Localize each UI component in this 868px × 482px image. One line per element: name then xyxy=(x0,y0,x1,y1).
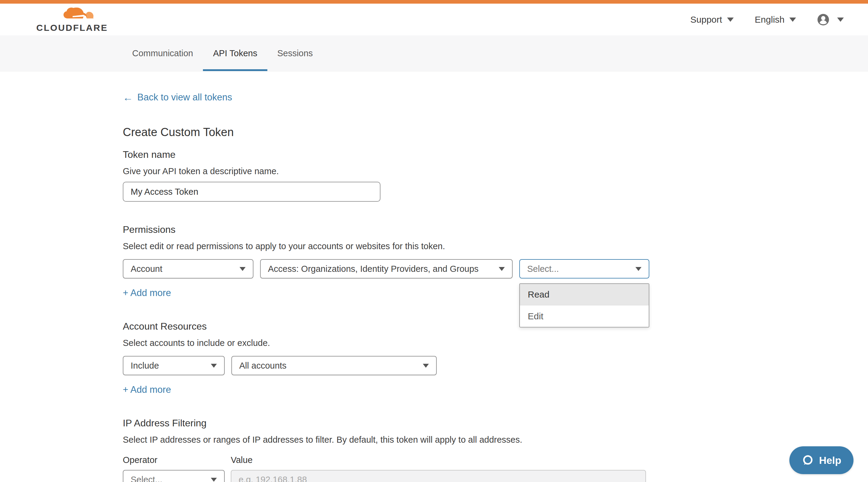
caret-down-icon xyxy=(499,267,505,271)
permissions-section: Permissions Select edit or read permissi… xyxy=(123,224,868,298)
account-resources-description: Select accounts to include or exclude. xyxy=(123,338,868,348)
support-label: Support xyxy=(690,14,722,25)
resource-accounts-select[interactable]: All accounts xyxy=(231,356,437,375)
tab-communication[interactable]: Communication xyxy=(122,35,203,71)
back-to-tokens-link[interactable]: ← Back to view all tokens xyxy=(123,92,232,103)
ip-filtering-labels: Operator Value xyxy=(123,455,868,465)
token-name-input[interactable] xyxy=(123,182,380,202)
account-menu[interactable] xyxy=(817,13,844,26)
permissions-row: Account Access: Organizations, Identity … xyxy=(123,259,868,279)
user-avatar-icon xyxy=(817,13,829,26)
account-resources-section: Account Resources Select accounts to inc… xyxy=(123,321,868,395)
resource-accounts-value: All accounts xyxy=(239,361,286,371)
token-name-section: Token name Give your API token a descrip… xyxy=(123,149,868,202)
menu-option-read[interactable]: Read xyxy=(520,284,649,306)
help-button-label: Help xyxy=(819,454,841,466)
chevron-down-icon xyxy=(837,18,844,22)
chat-bubble-icon xyxy=(802,454,814,467)
ip-operator-select[interactable]: Select... xyxy=(123,470,225,482)
menu-option-edit[interactable]: Edit xyxy=(520,306,649,327)
ip-filtering-row: Select... xyxy=(123,470,868,482)
ip-filtering-description: Select IP addresses or ranges of IP addr… xyxy=(123,435,868,445)
page-title: Create Custom Token xyxy=(123,126,868,139)
permission-level-menu: Read Edit xyxy=(519,283,649,327)
support-menu[interactable]: Support xyxy=(690,14,734,25)
brand-name: CLOUDFLARE xyxy=(36,23,108,33)
account-resources-row: Include All accounts xyxy=(123,356,868,375)
ip-filtering-section: IP Address Filtering Select IP addresses… xyxy=(123,418,868,482)
cloudflare-cloud-icon xyxy=(63,6,100,22)
permission-level-select[interactable]: Select... xyxy=(519,259,649,279)
permission-scope-select[interactable]: Account xyxy=(123,259,253,279)
permission-resource-value: Access: Organizations, Identity Provider… xyxy=(268,264,478,274)
ip-operator-placeholder: Select... xyxy=(131,475,162,482)
caret-down-icon xyxy=(211,364,217,368)
chevron-down-icon xyxy=(727,18,734,22)
token-name-description: Give your API token a descriptive name. xyxy=(123,166,868,176)
tab-api-tokens[interactable]: API Tokens xyxy=(203,35,267,71)
left-arrow-icon: ← xyxy=(123,92,133,102)
language-menu[interactable]: English xyxy=(755,14,796,25)
permission-level-wrap: Select... Read Edit xyxy=(519,259,649,279)
ip-value-input[interactable] xyxy=(231,470,646,482)
back-link-label: Back to view all tokens xyxy=(137,92,232,103)
value-label: Value xyxy=(231,455,252,465)
resource-mode-select[interactable]: Include xyxy=(123,356,225,375)
top-accent-bar xyxy=(0,0,868,4)
token-name-heading: Token name xyxy=(123,149,868,160)
language-label: English xyxy=(755,14,784,25)
caret-down-icon xyxy=(211,478,217,482)
permissions-heading: Permissions xyxy=(123,224,868,235)
help-button[interactable]: Help xyxy=(789,446,854,474)
permissions-description: Select edit or read permissions to apply… xyxy=(123,241,868,251)
caret-down-icon xyxy=(423,364,429,368)
ip-filtering-heading: IP Address Filtering xyxy=(123,418,868,429)
permission-level-placeholder: Select... xyxy=(527,264,559,274)
chevron-down-icon xyxy=(789,18,796,22)
permissions-add-more-link[interactable]: + Add more xyxy=(123,288,171,298)
header: CLOUDFLARE Support English xyxy=(0,4,868,35)
resource-mode-value: Include xyxy=(131,361,159,371)
caret-down-icon xyxy=(636,267,642,271)
main-content: ← Back to view all tokens Create Custom … xyxy=(0,71,868,482)
cloudflare-logo[interactable]: CLOUDFLARE xyxy=(36,6,108,33)
tab-bar: Communication API Tokens Sessions xyxy=(0,35,868,71)
account-resources-add-more-link[interactable]: + Add more xyxy=(123,384,171,395)
permission-resource-select[interactable]: Access: Organizations, Identity Provider… xyxy=(260,259,513,279)
account-resources-heading: Account Resources xyxy=(123,321,868,332)
operator-label: Operator xyxy=(123,455,231,465)
permission-scope-value: Account xyxy=(131,264,162,274)
tab-sessions[interactable]: Sessions xyxy=(267,35,323,71)
header-right: Support English xyxy=(690,13,844,26)
caret-down-icon xyxy=(240,267,246,271)
